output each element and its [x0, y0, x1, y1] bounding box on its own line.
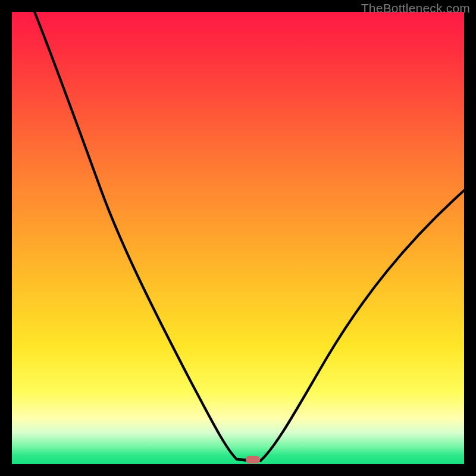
watermark-text: TheBottleneck.com [361, 1, 470, 15]
bottleneck-curve [12, 12, 464, 464]
minimum-marker [246, 456, 260, 464]
chart-frame: TheBottleneck.com [0, 0, 476, 476]
plot-area [12, 12, 464, 464]
